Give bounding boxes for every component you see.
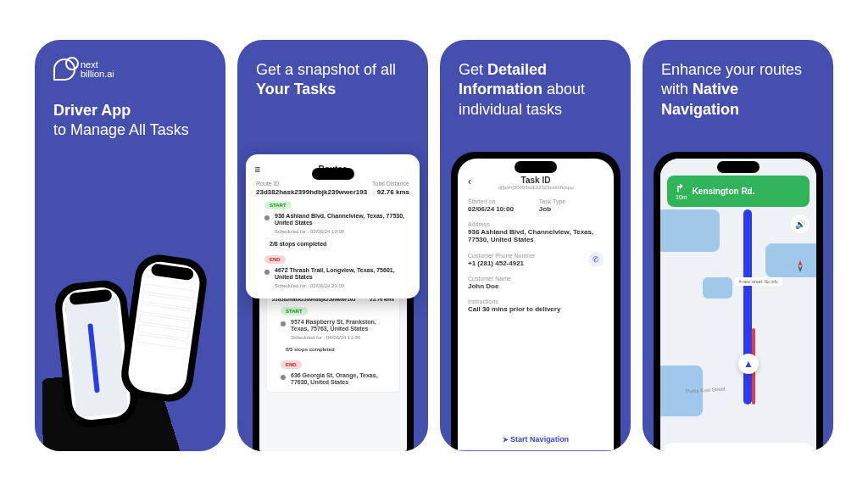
menu-icon[interactable]: ≡ — [254, 164, 260, 176]
svg-marker-1 — [798, 266, 802, 272]
promo-panel-4: Enhance your routes with Native Navigati… — [643, 40, 833, 451]
distance-label: Total Distance — [372, 181, 409, 187]
sound-icon[interactable]: 🔊 — [791, 215, 810, 233]
brand-line2: billion.ai — [81, 70, 114, 79]
panel2-heading-pre: Get a snapshot of all — [256, 61, 396, 78]
back-end-badge: END — [281, 360, 302, 369]
back-icon[interactable]: ‹ — [468, 176, 471, 187]
route-id-label: Route ID — [256, 181, 280, 187]
call-icon[interactable]: ✆ — [588, 252, 604, 267]
type-value: Job — [539, 205, 565, 213]
panel3-heading: Get Detailed Information about individua… — [440, 40, 631, 120]
location-icon[interactable]: ▲ — [738, 354, 759, 374]
panel2-heading-bold: Your Tasks — [256, 81, 336, 98]
mark-complete-button[interactable]: Mark as complete — [458, 450, 614, 451]
task-id-value: djfjskhj30953sdk32323cskhfkjspp — [468, 185, 604, 190]
route-id: 23d382hask2399hdbjk239wwer193 — [256, 188, 367, 196]
start-badge: START — [264, 201, 292, 209]
compass-icon[interactable] — [793, 259, 808, 274]
started-label: Started on — [468, 198, 514, 204]
started-value: 02/06/24 10:00 — [468, 205, 514, 213]
progress-text: 2/8 stops completed — [270, 241, 326, 247]
brand-logo: next billion.ai — [35, 40, 225, 81]
end-address: 4672 Thrash Trail, Longview, Texas, 7560… — [275, 267, 409, 282]
eta-sheet[interactable]: 15 mins 4.2 km · 9:55 AM ⑃ EXIT — [660, 443, 816, 451]
nav-road-name: Kensington Rd. — [693, 187, 755, 196]
back-start-addr: 9574 Raspberry St, Frankston, Texas, 757… — [291, 319, 394, 333]
stop-dot-icon — [264, 215, 270, 220]
end-schedule: Scheduled for : 02/06/24 23:00 — [275, 283, 409, 288]
brand-text: next billion.ai — [81, 60, 114, 79]
distance-value: 92.76 kms — [377, 188, 409, 196]
panel2-heading: Get a snapshot of all Your Tasks — [237, 40, 428, 100]
back-progress: 0/5 stops completed — [286, 347, 335, 352]
phone-mock-task: ‹ Task ID djfjskhj30953sdk32323cskhfkjsp… — [451, 152, 620, 451]
panel1-heading-bold: Driver App — [53, 102, 131, 119]
new-street-tooltip: A new street. No info. — [735, 277, 782, 286]
back-start-sched: Scheduled for : 04/06/24 11:30 — [291, 335, 394, 340]
start-schedule: Scheduled for : 02/06/24 10:00 — [275, 229, 409, 234]
start-navigation-button[interactable]: Start Navigation — [468, 428, 604, 450]
promo-panel-3: Get Detailed Information about individua… — [440, 40, 631, 451]
route-line — [743, 209, 752, 405]
panel1-heading-sub: to Manage All Tasks — [53, 121, 189, 138]
phone-mock-navigation: Puma Kosi Street A new street. No info. … — [654, 152, 823, 451]
phone-value: +1 (281) 452-4921 — [468, 259, 535, 267]
phone-label: Customer Phone Number — [468, 253, 535, 259]
customer-name-label: Customer Name — [468, 276, 604, 282]
customer-name-value: John Doe — [468, 282, 604, 290]
instructions-label: Instructions — [468, 299, 604, 304]
type-label: Task Type — [539, 198, 565, 204]
phone-mock-list — [119, 252, 210, 405]
promo-panel-1: next billion.ai Driver App to Manage All… — [35, 40, 225, 451]
task-title: Task ID — [468, 176, 604, 185]
address-label: Address — [468, 221, 604, 227]
instructions-value: Call 30 mins prior to delivery — [468, 305, 604, 313]
nav-distance: 10m — [676, 194, 687, 200]
promo-panel-2: Get a snapshot of all Your Tasks Route I… — [237, 40, 428, 451]
address-value: 936 Ashland Blvd, Channelview, Texas, 77… — [468, 228, 604, 243]
panel1-heading: Driver App to Manage All Tasks — [35, 81, 225, 141]
svg-marker-0 — [798, 260, 802, 266]
panel4-heading: Enhance your routes with Native Navigati… — [643, 40, 833, 120]
stop-dot-icon — [264, 270, 270, 275]
start-address: 936 Ashland Blvd, Channelview, Texas, 77… — [275, 213, 409, 227]
back-start-badge: START — [281, 307, 308, 315]
end-badge: END — [264, 255, 286, 264]
back-end-addr: 636 Georgia St, Orange, Texas, 77630, Un… — [291, 372, 394, 387]
brand-glyph-icon — [53, 59, 75, 81]
panel3-heading-pre: Get — [459, 61, 487, 78]
nav-banner[interactable]: ↱ 10m Kensington Rd. — [667, 176, 810, 207]
